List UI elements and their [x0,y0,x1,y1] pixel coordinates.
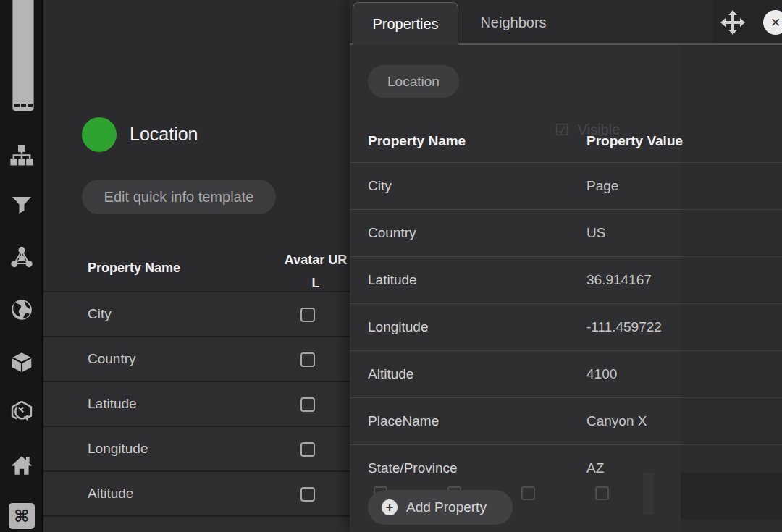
slider-grip-icon [13,104,33,107]
row-label: Country [88,337,136,381]
add-property-label: Add Property [406,499,487,515]
property-value: 36.914167 [586,257,652,303]
table-row: Latitude [43,382,350,427]
background-artifact [681,473,782,520]
ghost-checkbox [595,486,609,500]
row-label: City [88,292,112,336]
property-row[interactable]: City Page [350,163,782,210]
globe-icon[interactable] [9,297,35,323]
network-icon[interactable] [9,244,35,270]
dialog-property-value-header: Property Value [586,133,683,149]
property-name: Altitude [368,351,413,397]
property-name: City [368,163,392,209]
close-icon: ✕ [770,15,781,30]
property-name: Country [368,210,416,256]
zoom-slider[interactable] [12,0,34,111]
node-type-title: Location [130,124,198,145]
property-name: Latitude [368,257,417,303]
table-row: Longitude [43,427,350,472]
table-row: City [43,292,350,337]
checked-checkbox-icon: ☑ [555,122,569,138]
dialog-tab-bar: Properties Neighbors [350,0,782,45]
avatar-url-checkbox[interactable] [300,397,315,412]
property-row[interactable]: Altitude 4100 [350,351,782,398]
add-property-button[interactable]: + Add Property [368,490,513,525]
cube-icon[interactable] [9,349,35,375]
property-name: Longitude [368,304,428,350]
property-name: PlaceName [368,398,439,444]
avatar-url-checkbox[interactable] [300,442,315,457]
dialog-footer: + Add Property [350,475,782,532]
property-row[interactable]: PlaceName Canyon X [350,398,782,445]
home-icon[interactable] [9,452,35,478]
tab-properties[interactable]: Properties [353,2,458,45]
property-value: -111.459722 [586,304,662,350]
left-toolbar: ⌘ [0,0,43,532]
hierarchy-icon[interactable] [9,143,35,169]
export-hex-icon[interactable] [9,400,35,426]
row-label: Altitude [88,472,133,515]
property-value: Page [586,163,618,209]
property-value: US [586,210,605,256]
property-value: 4100 [586,351,617,397]
table-row: Altitude [43,472,350,517]
property-row[interactable]: Latitude 36.914167 [350,257,782,304]
table-row: Country [43,337,350,382]
row-label: Longitude [88,427,148,470]
table-row-partial [43,517,350,532]
avatar-url-checkbox[interactable] [300,487,315,502]
command-glyph: ⌘ [14,503,29,529]
avatar-url-header: Avatar URL [282,248,349,295]
dialog-property-name-header: Property Name [368,133,466,149]
property-row[interactable]: Longitude -111.459722 [350,304,782,351]
command-icon[interactable]: ⌘ [9,503,35,529]
property-value: Canyon X [586,398,647,444]
tab-neighbors[interactable]: Neighbors [458,2,568,43]
row-label: Latitude [88,382,137,426]
avatar-url-checkbox[interactable] [300,308,315,322]
properties-dialog: Properties Neighbors ✕ Location ☑ Visibl… [350,0,782,532]
property-row[interactable]: Country US [350,210,782,257]
avatar-url-checkbox[interactable] [300,352,315,367]
edit-quick-info-button[interactable]: Edit quick info template [82,180,276,214]
node-type-chip[interactable]: Location [368,65,459,98]
move-dialog-icon[interactable] [719,9,747,36]
filter-icon[interactable] [9,192,35,218]
node-type-color-dot [82,117,117,152]
app-root: ⌘ Location Edit quick info template Prop… [0,0,782,532]
property-name-header: Property Name [88,261,180,276]
plus-icon: + [382,499,398,515]
ghost-checkbox [521,486,535,500]
close-dialog-button[interactable]: ✕ [763,10,782,35]
background-artifact [643,473,654,515]
